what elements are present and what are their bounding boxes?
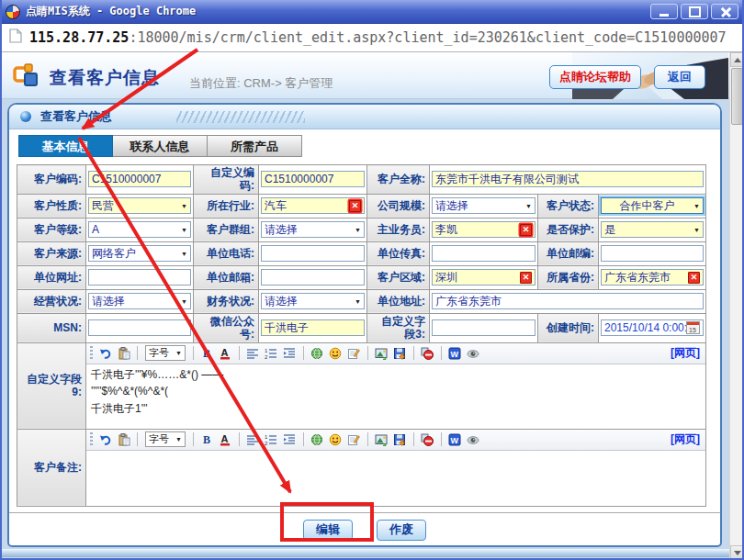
customer-source-select[interactable]: 网络客户 [88,245,191,262]
industry-input[interactable]: 汽车 [261,197,365,214]
toolbar-separator [413,432,414,446]
customer-nature-select[interactable]: 民营 [88,197,191,214]
customer-remark-editor[interactable] [86,451,705,506]
hyperlink-icon[interactable] [310,345,325,361]
scroll-down-icon[interactable] [730,545,744,560]
webpage-link[interactable]: [网页] [671,431,700,447]
preview-icon[interactable] [466,431,481,447]
emoticon-icon[interactable] [328,345,344,361]
vertical-scrollbar[interactable] [729,52,744,560]
field-label: 客户区域: [367,265,430,289]
scrollbar-thumb[interactable] [731,68,743,125]
edit-form-icon[interactable] [346,431,362,447]
customer-grade-select[interactable]: A [88,221,191,238]
customer-fullname-input[interactable]: 东莞市千洪电子有限公司测试 [432,171,704,187]
bold-icon[interactable]: B [199,431,215,447]
url-host: 115.28.77.25 [29,29,129,46]
undo-icon[interactable] [97,345,113,361]
svg-text:B: B [203,347,210,360]
company-address-input[interactable]: 广东省东莞市 [432,293,704,309]
insert-image-icon[interactable] [374,431,389,447]
url-bar[interactable]: 115.28.77.25:18000/mis/crm/client_edit.a… [0,24,744,52]
url-path: :18000/mis/crm/client_edit.aspx?client_i… [129,29,726,46]
toolbar-separator [239,432,240,446]
align-left-icon[interactable] [245,345,261,361]
save-html-icon[interactable] [392,431,408,447]
webpage-link[interactable]: [网页] [671,345,700,361]
numbered-list-icon[interactable]: 12 [264,431,279,447]
toolbar-separator [367,346,368,360]
minimize-icon[interactable] [650,4,678,19]
paste-icon[interactable] [116,431,131,447]
financial-status-select[interactable]: 请选择 [261,293,365,309]
clear-industry-icon[interactable] [349,200,361,212]
customer-code-input[interactable]: C1510000007 [88,171,191,187]
calendar-icon[interactable] [686,321,700,334]
svg-text:W: W [451,349,459,358]
business-status-select[interactable]: 请选择 [88,293,191,309]
tab-basic-info[interactable]: 基本信息 [18,135,113,157]
clear-region-icon[interactable] [520,272,532,284]
font-color-icon[interactable]: A [218,431,233,447]
clear-salesman-icon[interactable] [520,224,532,236]
toolbar-separator [239,346,240,360]
edit-form-icon[interactable] [346,345,362,361]
tab-contacts[interactable]: 联系人信息 [113,135,208,157]
main-salesman-input[interactable]: 李凯 [432,221,535,238]
emoticon-icon[interactable] [328,431,344,447]
sphere-icon [20,111,31,122]
tab-products[interactable]: 所需产品 [208,135,302,157]
customer-region-input[interactable]: 深圳 [432,269,535,286]
company-zip-input[interactable] [601,245,704,262]
forum-help-button[interactable]: 点睛论坛帮助 [549,65,641,89]
window-titlebar: 点睛MIS系统 - Google Chrome [0,0,744,24]
font-color-icon[interactable]: A [218,345,233,361]
preview-icon[interactable] [466,345,481,361]
company-fax-input[interactable] [432,245,535,262]
company-website-input[interactable] [88,269,191,286]
company-scale-select[interactable]: 请选择 [432,197,535,214]
paste-icon[interactable] [116,345,131,361]
indent-icon[interactable] [282,431,298,447]
province-input[interactable]: 广东省东莞市 [601,269,704,286]
msn-input[interactable] [88,319,191,336]
wechat-public-input[interactable]: 千洪电子 [261,319,365,336]
back-button[interactable]: 返回 [654,65,705,89]
scroll-up-icon[interactable] [730,52,744,67]
save-html-icon[interactable] [392,345,408,361]
url-text[interactable]: 115.28.77.25:18000/mis/crm/client_edit.a… [29,29,727,46]
edit-button[interactable]: 编辑 [303,520,353,541]
field-label: 客户等级: [17,218,86,241]
numbered-list-icon[interactable]: 12 [264,345,279,361]
font-size-select[interactable]: 字号 [145,345,186,361]
hyperlink-icon[interactable] [310,431,325,447]
toolbar-grip[interactable] [90,346,93,361]
insert-image-icon[interactable] [374,345,389,361]
toolbar-separator [303,346,304,360]
font-size-select[interactable]: 字号 [145,431,186,447]
field-label: 创建时间: [538,313,599,342]
customer-status-select[interactable]: 合作中客户 [601,197,704,214]
word-paste-icon[interactable]: W [447,431,463,447]
word-paste-icon[interactable]: W [447,345,463,361]
block-format-icon[interactable] [420,345,435,361]
company-email-input[interactable] [261,269,365,286]
indent-icon[interactable] [282,345,298,361]
void-button[interactable]: 作废 [377,520,426,541]
clear-province-icon[interactable] [688,272,700,284]
block-format-icon[interactable] [420,431,435,447]
align-left-icon[interactable] [245,431,261,447]
undo-icon[interactable] [97,431,113,447]
maximize-icon[interactable] [681,4,708,19]
bold-icon[interactable]: B [199,345,215,361]
toolbar-grip[interactable] [90,432,93,447]
company-phone-input[interactable] [261,245,365,262]
custom-field3-input[interactable] [432,319,535,336]
is-protected-select[interactable]: 是 [601,221,704,238]
editor-toolbar: 字号BA12W [网页] [86,343,705,364]
custom-field9-editor[interactable]: 千洪电子'''¥%……&*() —— '''''$%^&*(%^&*( 千洪电子… [86,364,705,429]
custom-code-input[interactable]: C1510000007 [261,171,365,187]
close-icon[interactable] [711,4,738,19]
create-time-input[interactable]: 2015/10/14 0:00:0 [601,319,704,336]
customer-group-select[interactable]: 请选择 [261,221,365,238]
